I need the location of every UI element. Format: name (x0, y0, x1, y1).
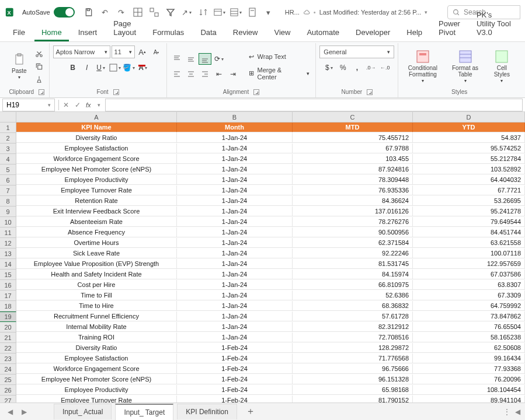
cell[interactable]: 82.312912 (293, 322, 413, 332)
cell[interactable]: 1-Jan-24 (177, 270, 293, 279)
cell[interactable]: 81.531745 (293, 259, 413, 269)
tab-formulas[interactable]: Formulas (145, 24, 191, 41)
cell[interactable]: Employee Turnover Rate (16, 186, 177, 195)
cell[interactable]: 62.371584 (293, 238, 413, 248)
cell[interactable]: Training ROI (16, 332, 177, 342)
shrink-font-button[interactable]: A▾ (150, 46, 163, 58)
cell[interactable]: 62.50608 (413, 343, 525, 353)
cell[interactable]: 78.276276 (293, 217, 413, 227)
cell[interactable]: Overtime Hours (16, 238, 177, 248)
font-dialog-launcher[interactable] (113, 89, 119, 95)
cell[interactable]: 137.016126 (293, 206, 413, 216)
row-header[interactable]: 12 (0, 238, 16, 249)
row-header[interactable]: 15 (0, 270, 16, 280)
font-size-select[interactable]: 11▾ (112, 46, 135, 58)
cell[interactable]: Workforce Engagement Score (16, 154, 177, 164)
cell[interactable]: 1-Jan-24 (177, 238, 293, 248)
format-painter-button[interactable] (33, 74, 46, 85)
row-header[interactable]: 2 (0, 133, 16, 144)
cell[interactable]: 89.941104 (413, 396, 525, 402)
comma-format-button[interactable]: , (350, 62, 363, 74)
cell[interactable]: Recruitment Funnel Efficiency (16, 312, 177, 321)
table-icon[interactable] (214, 6, 225, 18)
cancel-formula-button[interactable]: ✕ (60, 101, 72, 109)
align-top-button[interactable] (171, 53, 183, 65)
qat-overflow-icon[interactable]: ▾ (263, 6, 274, 18)
cell[interactable]: 1-Feb-24 (177, 396, 293, 402)
tab-data[interactable]: Data (193, 24, 223, 41)
cell[interactable]: 103.52892 (413, 164, 525, 174)
cell[interactable]: Employee Satisfaction (16, 144, 177, 153)
cell[interactable]: 95.241278 (413, 206, 525, 216)
select-all-corner[interactable] (0, 112, 16, 123)
cell[interactable]: 1-Jan-24 (177, 175, 293, 185)
row-header[interactable]: 7 (0, 186, 16, 196)
cell[interactable]: 53.26695 (413, 196, 525, 206)
column-header[interactable]: C (293, 112, 413, 123)
percent-format-button[interactable]: % (336, 62, 349, 74)
decrease-decimal-button[interactable]: ←.0 (378, 62, 391, 74)
cell[interactable]: 1-Jan-24 (177, 322, 293, 332)
cell[interactable]: 58.165238 (413, 332, 525, 342)
column-header[interactable]: D (413, 112, 525, 123)
cell[interactable]: 1-Jan-24 (177, 206, 293, 216)
cell[interactable]: 100.07118 (413, 249, 525, 258)
cell[interactable]: Workforce Engagement Score (16, 364, 177, 374)
sheet-nav-prev[interactable]: ◀ (5, 407, 15, 417)
cell[interactable]: 57.61728 (293, 312, 413, 321)
cell[interactable]: 64.404032 (413, 175, 525, 185)
row-header[interactable]: 25 (0, 374, 16, 385)
row-header[interactable]: 9 (0, 206, 16, 217)
cell[interactable]: 1-Feb-24 (177, 374, 293, 384)
tab-help[interactable]: Help (399, 24, 429, 41)
cell[interactable]: 84.15974 (293, 270, 413, 279)
cell[interactable]: Time to Hire (16, 301, 177, 311)
orientation-button[interactable]: ⟳ (213, 53, 225, 65)
increase-indent-button[interactable]: ⇥ (227, 68, 239, 80)
row-header[interactable]: 3 (0, 144, 16, 154)
header-cell-kpi[interactable]: KPI Name (16, 123, 177, 132)
cell[interactable]: Employee Turnover Rate (16, 396, 177, 402)
cell[interactable]: Diversity Ratio (16, 133, 177, 143)
row-header[interactable]: 21 (0, 332, 16, 343)
cell[interactable]: Sick Leave Rate (16, 249, 177, 258)
cell[interactable]: 65.98168 (293, 385, 413, 395)
column-header[interactable]: A (16, 112, 177, 123)
cell[interactable]: Employee Satisfaction (16, 354, 177, 363)
bold-button[interactable]: B (67, 62, 79, 74)
cell[interactable]: 84.36624 (293, 196, 413, 206)
align-left-button[interactable] (171, 68, 183, 80)
format-as-table-button[interactable]: Format as Table▾ (446, 47, 484, 86)
cell[interactable]: 68.36832 (293, 301, 413, 311)
row-header[interactable]: 19 (0, 312, 16, 322)
pivot-icon[interactable] (148, 6, 160, 18)
autosave-toggle[interactable]: AutoSave (22, 7, 75, 18)
doc-name[interactable]: HR... (285, 9, 300, 16)
align-middle-button[interactable] (185, 53, 197, 65)
tab-view[interactable]: View (267, 24, 297, 41)
cell[interactable]: 71.776568 (293, 354, 413, 363)
cell[interactable]: Diversity Ratio (16, 343, 177, 353)
cell[interactable]: 103.455 (293, 154, 413, 164)
cell[interactable]: 1-Feb-24 (177, 354, 293, 363)
cell[interactable]: 76.935336 (293, 186, 413, 195)
cell[interactable]: Absenteeism Rate (16, 217, 177, 227)
tab-power-pivot[interactable]: Power Pivot (432, 16, 467, 41)
row-header[interactable]: 4 (0, 154, 16, 164)
cell[interactable]: 63.621558 (413, 238, 525, 248)
accounting-format-button[interactable]: $ (322, 62, 335, 74)
sheet-options-icon[interactable]: ⋮ (503, 408, 510, 416)
tab-insert[interactable]: Insert (71, 24, 105, 41)
number-format-select[interactable]: General▾ (319, 46, 394, 58)
cell[interactable]: 75.455712 (293, 133, 413, 143)
grid-icon[interactable] (230, 6, 242, 18)
row-header[interactable]: 14 (0, 259, 16, 270)
row-header[interactable]: 18 (0, 301, 16, 312)
tab-developer[interactable]: Developer (349, 24, 397, 41)
tab-page-layout[interactable]: Page Layout (106, 16, 143, 41)
cell[interactable]: 96.75666 (293, 364, 413, 374)
cell[interactable]: 1-Jan-24 (177, 196, 293, 206)
cell-styles-button[interactable]: Cell Styles▾ (487, 47, 517, 86)
tab-utility[interactable]: PK's Utility Tool V3.0 (470, 7, 519, 41)
row-header[interactable]: 16 (0, 280, 16, 290)
